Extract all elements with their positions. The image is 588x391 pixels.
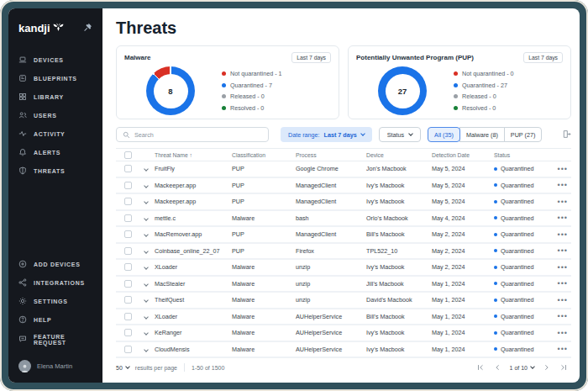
- sidebar-item-label: FEATURE REQUEST: [34, 334, 92, 346]
- export-icon: [562, 127, 571, 142]
- status-dot-icon: [494, 183, 497, 187]
- table-row[interactable]: FruitFly PUP Google Chrome Jon's Macbook…: [116, 161, 571, 178]
- expand-row-chevron-icon[interactable]: [144, 347, 149, 352]
- select-all-checkbox[interactable]: [124, 151, 132, 159]
- col-threat-name[interactable]: Threat Name ↑: [155, 152, 232, 158]
- user-profile[interactable]: Elena Martin: [8, 350, 102, 374]
- table-body: FruitFly PUP Google Chrome Jon's Macbook…: [116, 161, 571, 358]
- sidebar-item-label: ADD DEVICES: [34, 262, 81, 267]
- row-actions-menu[interactable]: [549, 263, 571, 272]
- device-cell: Bill's Macbook: [366, 230, 432, 238]
- row-actions-menu[interactable]: [549, 246, 571, 255]
- settings-icon: [18, 297, 27, 306]
- row-actions-menu[interactable]: [549, 198, 571, 206]
- sidebar-item-help[interactable]: HELP: [8, 310, 102, 329]
- row-checkbox[interactable]: [124, 182, 132, 189]
- kandji-bee-icon: [52, 22, 65, 34]
- threat-name-cell: XLoader: [155, 263, 232, 271]
- table-row[interactable]: KeRanger Malware AUHelperService Ivy's M…: [116, 325, 571, 342]
- expand-row-chevron-icon[interactable]: [144, 314, 149, 320]
- expand-row-chevron-icon[interactable]: [144, 282, 149, 287]
- table-row[interactable]: TheifQuest Malware unzip David's Macbook…: [116, 293, 571, 309]
- table-row[interactable]: MacStealer Malware unzip Jill's Macbook …: [116, 277, 571, 293]
- sidebar-item-blueprints[interactable]: BLUEPRINTS: [8, 69, 102, 87]
- expand-row-chevron-icon[interactable]: [144, 199, 149, 204]
- previous-page-button[interactable]: [493, 363, 501, 372]
- sidebar-item-label: HELP: [34, 317, 51, 323]
- green-dot-icon: [454, 106, 458, 110]
- first-page-button[interactable]: [476, 363, 485, 372]
- date-range-dropdown[interactable]: Date range: Last 7 days: [281, 127, 372, 142]
- expand-row-chevron-icon[interactable]: [144, 232, 149, 237]
- sidebar-item-activity[interactable]: ACTIVITY: [8, 124, 102, 143]
- row-actions-menu[interactable]: [549, 296, 571, 304]
- col-status[interactable]: Status: [494, 152, 549, 158]
- row-checkbox[interactable]: [124, 198, 132, 205]
- sidebar-item-integrations[interactable]: INTEGRATIONS: [8, 273, 102, 292]
- expand-row-chevron-icon[interactable]: [144, 249, 149, 254]
- pin-sidebar-icon[interactable]: [83, 20, 92, 35]
- status-dropdown[interactable]: Status: [379, 127, 421, 142]
- row-checkbox[interactable]: [124, 296, 132, 304]
- status-dot-icon: [494, 200, 497, 203]
- row-checkbox[interactable]: [124, 329, 132, 336]
- row-actions-menu[interactable]: [549, 165, 571, 173]
- col-device[interactable]: Device: [366, 152, 432, 158]
- expand-row-chevron-icon[interactable]: [144, 330, 149, 336]
- tab-all[interactable]: All (35): [428, 127, 460, 142]
- row-checkbox[interactable]: [124, 346, 132, 353]
- row-actions-menu[interactable]: [549, 181, 571, 189]
- next-page-button[interactable]: [543, 363, 551, 372]
- expand-row-chevron-icon[interactable]: [144, 216, 149, 221]
- last-page-button[interactable]: [559, 363, 568, 372]
- sidebar-item-label: LIBRARY: [34, 94, 64, 100]
- expand-row-chevron-icon[interactable]: [144, 166, 149, 172]
- search-input[interactable]: [134, 131, 262, 139]
- search-box[interactable]: [116, 127, 269, 142]
- export-button[interactable]: [562, 127, 571, 142]
- table-row[interactable]: MacRemover.app PUP ManagedClient Bill's …: [116, 227, 571, 244]
- row-checkbox[interactable]: [124, 247, 132, 255]
- sidebar-item-devices[interactable]: DEVICES: [8, 50, 102, 69]
- col-detection-date[interactable]: Detection Date: [432, 152, 494, 158]
- row-actions-menu[interactable]: [549, 230, 571, 239]
- row-actions-menu[interactable]: [549, 214, 571, 222]
- col-process[interactable]: Process: [296, 152, 366, 158]
- sidebar-item-alerts[interactable]: ALERTS: [8, 143, 102, 161]
- table-row[interactable]: CloudMensis Malware AUHelperService Ivy'…: [116, 342, 571, 359]
- table-row[interactable]: mettle.c Malware bash Orlo's Macbook May…: [116, 211, 571, 228]
- sidebar-item-settings[interactable]: SETTINGS: [8, 292, 102, 310]
- table-row[interactable]: Coinbase_online_22_07 PUP Firefox TPL522…: [116, 244, 571, 261]
- row-actions-menu[interactable]: [549, 329, 571, 337]
- malware-period-button[interactable]: Last 7 days: [291, 52, 331, 63]
- row-checkbox[interactable]: [124, 230, 132, 238]
- sidebar-item-feature-request[interactable]: FEATURE REQUEST: [8, 329, 102, 350]
- row-checkbox[interactable]: [124, 313, 132, 320]
- threat-name-cell: XLoader: [155, 313, 232, 320]
- page-size-dropdown[interactable]: 50: [116, 365, 129, 371]
- expand-row-chevron-icon[interactable]: [144, 265, 149, 270]
- table-row[interactable]: XLoader Malware AUHelperService Bill's M…: [116, 309, 571, 326]
- sidebar-item-library[interactable]: LIBRARY: [8, 87, 102, 106]
- tab-malware[interactable]: Malware (8): [459, 127, 505, 142]
- kandji-logo[interactable]: kandji: [18, 22, 65, 34]
- row-actions-menu[interactable]: [549, 345, 571, 353]
- row-checkbox[interactable]: [124, 165, 132, 172]
- table-row[interactable]: XLoader Malware unzip Ivy's Macbook May …: [116, 260, 571, 277]
- expand-row-chevron-icon[interactable]: [144, 183, 149, 188]
- sidebar-item-users[interactable]: USERS: [8, 106, 102, 124]
- row-checkbox[interactable]: [124, 214, 132, 222]
- sidebar-item-threats[interactable]: THREATS: [8, 161, 102, 180]
- row-actions-menu[interactable]: [549, 312, 571, 320]
- tab-pup[interactable]: PUP (27): [504, 127, 542, 142]
- pup-period-button[interactable]: Last 7 days: [523, 52, 563, 63]
- col-classification[interactable]: Classification: [232, 152, 296, 158]
- row-checkbox[interactable]: [124, 263, 132, 271]
- page-indicator-dropdown[interactable]: 1 of 10: [510, 365, 534, 371]
- table-row[interactable]: Mackeeper.app PUP ManagedClient Ivy's Ma…: [116, 178, 571, 195]
- sidebar-item-add-devices[interactable]: ADD DEVICES: [8, 255, 102, 273]
- row-checkbox[interactable]: [124, 280, 132, 288]
- row-actions-menu[interactable]: [549, 279, 571, 288]
- expand-row-chevron-icon[interactable]: [144, 298, 149, 303]
- table-row[interactable]: Mackeeper.app PUP ManagedClient Ivy's Ma…: [116, 194, 571, 211]
